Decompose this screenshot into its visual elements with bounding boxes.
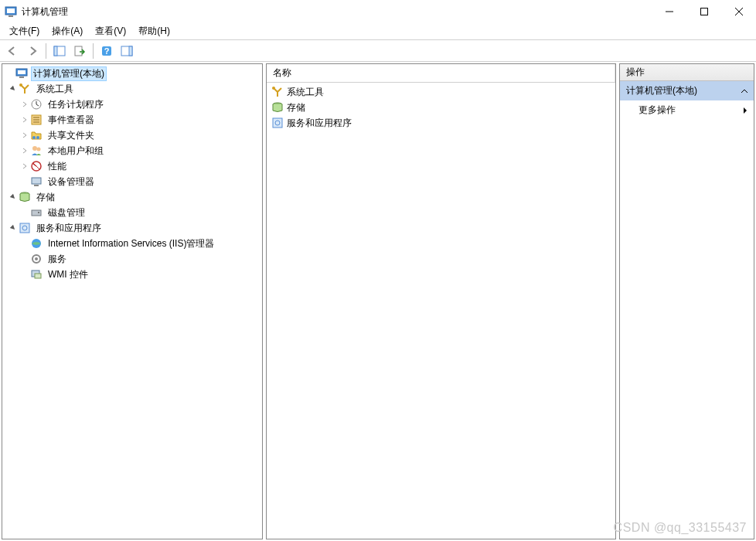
list-pane[interactable]: 名称 系统工具 存储 服务和应用程序	[266, 63, 616, 539]
tree-label: 服务和应用程序	[34, 221, 104, 236]
toolbar: ?	[0, 40, 756, 62]
menu-file[interactable]: 文件(F)	[3, 23, 46, 39]
tree-label: WMI 控件	[46, 267, 90, 282]
tree-iis-manager[interactable]: Internet Information Services (IIS)管理器	[4, 236, 261, 251]
svg-point-38	[35, 257, 38, 260]
expand-arrow-icon[interactable]	[19, 100, 30, 108]
performance-icon	[30, 160, 43, 172]
svg-rect-34	[20, 223, 29, 233]
actions-more[interactable]: 更多操作	[620, 100, 754, 120]
tree-services[interactable]: 服务	[4, 251, 261, 267]
svg-rect-16	[19, 77, 24, 78]
back-button[interactable]	[3, 42, 22, 60]
storage-icon	[271, 101, 284, 114]
svg-rect-8	[54, 46, 57, 56]
shared-folder-icon	[30, 129, 43, 141]
svg-rect-4	[700, 9, 707, 15]
menu-view[interactable]: 查看(V)	[89, 23, 132, 39]
tree-disk-management[interactable]: 磁盘管理	[4, 205, 261, 220]
tree-root[interactable]: 计算机管理(本地)	[4, 66, 261, 81]
tree-label: 存储	[34, 190, 57, 205]
tree-label: Internet Information Services (IIS)管理器	[46, 236, 216, 251]
app-icon	[5, 5, 17, 18]
expand-arrow-icon[interactable]	[19, 131, 30, 139]
actions-header: 操作	[620, 64, 754, 81]
tree-event-viewer[interactable]: 事件查看器	[4, 112, 261, 128]
tree-services-apps[interactable]: 服务和应用程序	[4, 220, 261, 236]
gear-icon	[30, 253, 43, 265]
svg-point-41	[272, 87, 275, 90]
export-list-button[interactable]	[70, 42, 89, 60]
collapse-arrow-icon[interactable]	[7, 85, 19, 93]
tree-wmi-control[interactable]: WMI 控件	[4, 267, 261, 282]
expand-arrow-icon[interactable]	[19, 116, 30, 124]
svg-point-24	[36, 136, 39, 139]
svg-point-25	[32, 146, 37, 151]
list-item-label: 系统工具	[287, 86, 324, 99]
menu-action[interactable]: 操作(A)	[46, 23, 89, 39]
svg-rect-32	[32, 210, 41, 216]
column-name[interactable]: 名称	[267, 64, 615, 82]
clock-icon	[30, 98, 43, 111]
iis-icon	[30, 237, 43, 250]
svg-rect-43	[273, 118, 282, 128]
tree-label: 设备管理器	[46, 175, 97, 189]
show-action-pane-button[interactable]	[117, 42, 136, 60]
tools-icon	[19, 83, 31, 95]
svg-rect-30	[34, 185, 39, 186]
tree-label: 共享文件夹	[46, 128, 97, 143]
svg-point-33	[38, 212, 39, 213]
services-apps-icon	[19, 222, 31, 234]
titlebar: 计算机管理	[0, 0, 756, 23]
collapse-arrow-icon[interactable]	[7, 193, 19, 201]
svg-rect-13	[129, 46, 132, 56]
window-title: 计算机管理	[22, 5, 652, 19]
minimize-button[interactable]	[652, 0, 686, 23]
collapse-arrow-icon[interactable]	[7, 224, 19, 232]
actions-group-label: 计算机管理(本地)	[626, 84, 697, 97]
menu-help[interactable]: 帮助(H)	[132, 23, 176, 39]
disk-icon	[30, 206, 43, 219]
computer-icon	[15, 67, 28, 80]
tree-system-tools[interactable]: 系统工具	[4, 81, 261, 97]
actions-pane: 操作 计算机管理(本地) 更多操作	[619, 63, 754, 539]
tree-performance[interactable]: 性能	[4, 158, 261, 174]
expand-arrow-icon[interactable]	[19, 162, 30, 170]
list-item-label: 存储	[287, 101, 305, 114]
storage-icon	[19, 191, 31, 203]
tree-storage[interactable]: 存储	[4, 189, 261, 205]
tree-label: 性能	[46, 159, 69, 174]
svg-rect-9	[75, 46, 82, 56]
toolbar-separator	[93, 43, 94, 59]
tree-device-manager[interactable]: 设备管理器	[4, 174, 261, 189]
menubar: 文件(F) 操作(A) 查看(V) 帮助(H)	[0, 23, 756, 40]
help-button[interactable]: ?	[97, 42, 116, 60]
svg-rect-40	[35, 274, 41, 278]
svg-rect-15	[18, 70, 26, 74]
forward-button[interactable]	[23, 42, 42, 60]
tree-pane[interactable]: 计算机管理(本地) 系统工具 任务计划程序 事件查看器	[2, 63, 263, 539]
list-item-storage[interactable]: 存储	[268, 100, 614, 115]
tree-label: 磁盘管理	[46, 206, 87, 220]
close-button[interactable]	[721, 0, 756, 23]
tree-local-users[interactable]: 本地用户和组	[4, 143, 261, 158]
tree-shared-folders[interactable]: 共享文件夹	[4, 128, 261, 143]
toolbar-separator	[46, 43, 46, 59]
device-icon	[30, 175, 43, 188]
actions-item-label: 更多操作	[639, 104, 676, 117]
list-item-services-apps[interactable]: 服务和应用程序	[268, 115, 614, 131]
tree-label: 本地用户和组	[46, 144, 106, 158]
svg-rect-2	[9, 15, 13, 17]
list-header: 名称	[267, 64, 615, 83]
expand-arrow-icon[interactable]	[19, 147, 30, 155]
services-apps-icon	[271, 117, 284, 129]
collapse-arrow-icon[interactable]	[741, 88, 747, 94]
list-item-system-tools[interactable]: 系统工具	[268, 84, 614, 100]
event-log-icon	[30, 114, 43, 126]
actions-group-header[interactable]: 计算机管理(本地)	[620, 81, 754, 100]
maximize-button[interactable]	[686, 0, 721, 23]
tree-label: 事件查看器	[46, 113, 97, 128]
show-hide-tree-button[interactable]	[50, 42, 69, 60]
tools-icon	[271, 86, 284, 98]
tree-task-scheduler[interactable]: 任务计划程序	[4, 97, 261, 112]
